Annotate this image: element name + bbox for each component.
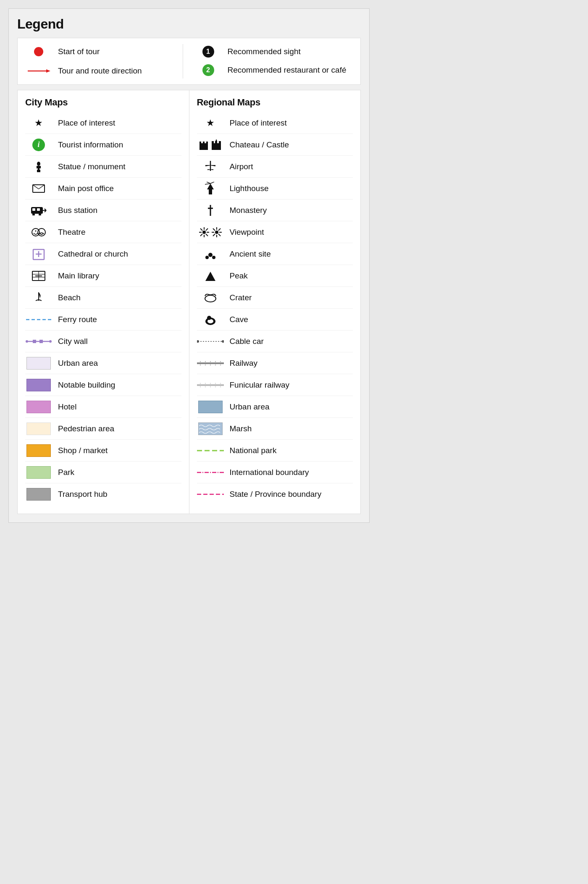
svg-line-8	[39, 185, 45, 189]
shop-market-label: Shop / market	[58, 446, 108, 455]
svg-line-65	[213, 228, 215, 231]
svg-point-4	[37, 162, 40, 166]
top-left: Start of tour Tour and route direction	[26, 44, 183, 79]
peak-label: Peak	[230, 271, 248, 281]
shop-market-icon	[25, 444, 52, 457]
pedestrian-area-icon	[25, 422, 52, 435]
svg-line-66	[218, 234, 220, 236]
marsh-label: Marsh	[230, 424, 252, 433]
svg-rect-37	[206, 142, 208, 144]
transport-hub-label: Transport hub	[58, 490, 108, 499]
crater-label: Crater	[230, 293, 252, 302]
theatre-label: Theatre	[58, 228, 85, 237]
transport-hub-icon	[25, 488, 52, 501]
svg-point-79	[222, 340, 224, 343]
list-item: City wall	[25, 331, 181, 352]
svg-rect-45	[208, 188, 213, 189]
park-icon	[25, 466, 52, 479]
recommended-sight-row: 1 Recommended sight	[196, 44, 352, 59]
tour-direction-icon	[26, 67, 51, 75]
top-right: 1 Recommended sight 2 Recommended restau…	[183, 44, 352, 79]
svg-point-19	[38, 228, 45, 236]
beach-label: Beach	[58, 293, 81, 302]
start-tour-label: Start of tour	[58, 47, 100, 56]
list-item: Crater	[197, 287, 353, 309]
ancient-site-label: Ancient site	[230, 249, 271, 259]
chateau-castle-label: Chateau / Castle	[230, 140, 289, 150]
urban-area-city-label: Urban area	[58, 359, 98, 368]
svg-rect-31	[33, 340, 36, 343]
city-wall-icon	[25, 338, 52, 345]
list-item: Ancient site	[197, 243, 353, 265]
main-post-office-label: Main post office	[58, 184, 114, 193]
viewpoint-label: Viewpoint	[230, 228, 264, 237]
list-item: Statue / monument	[25, 156, 181, 178]
recommended-restaurant-row: 2 Recommended restaurant or café	[196, 63, 352, 78]
svg-line-58	[200, 234, 202, 236]
hotel-label: Hotel	[58, 402, 76, 412]
place-of-interest-reg-icon: ★	[197, 118, 224, 129]
svg-line-67	[213, 234, 215, 236]
list-item: ★ Place of interest	[197, 112, 353, 134]
ferry-route-icon	[25, 317, 52, 323]
chateau-castle-icon	[197, 139, 224, 151]
airport-label: Airport	[230, 162, 253, 171]
city-wall-label: City wall	[58, 337, 88, 346]
railway-icon	[197, 359, 224, 367]
svg-rect-41	[219, 141, 221, 144]
main-section: City Maps ★ Place of interest i Tourist …	[17, 90, 361, 514]
svg-point-33	[49, 340, 52, 343]
urban-area-reg-label: Urban area	[230, 402, 270, 412]
main-library-label: Main library	[58, 271, 99, 281]
marsh-icon	[197, 422, 224, 435]
regional-maps-column: Regional Maps ★ Place of interest	[189, 90, 361, 514]
svg-point-73	[205, 295, 216, 302]
urban-area-city-icon	[25, 357, 52, 370]
legend-title: Legend	[17, 16, 361, 32]
top-section: Start of tour Tour and route direction 1…	[17, 38, 361, 85]
list-item: Chateau / Castle	[197, 134, 353, 156]
svg-rect-10	[32, 208, 35, 211]
list-item: Monastery	[197, 199, 353, 221]
svg-rect-11	[37, 208, 40, 211]
svg-point-29	[26, 340, 28, 343]
svg-line-68	[218, 228, 220, 231]
cable-car-icon	[197, 338, 224, 345]
list-item: Funicular railway	[197, 374, 353, 396]
svg-rect-32	[39, 340, 43, 343]
list-item: Bus station	[25, 199, 181, 221]
list-item: Marsh	[197, 418, 353, 440]
list-item: Notable building	[25, 374, 181, 396]
urban-area-reg-icon	[197, 401, 224, 413]
viewpoint-icon	[197, 226, 224, 238]
recommended-sight-label: Recommended sight	[228, 47, 301, 56]
theatre-icon	[25, 226, 52, 238]
svg-line-59	[206, 228, 208, 231]
svg-rect-43	[209, 189, 212, 194]
list-item: Ferry route	[25, 309, 181, 331]
national-park-label: National park	[230, 446, 277, 455]
peak-icon	[197, 270, 224, 282]
svg-rect-39	[212, 141, 214, 144]
black-circle-1: 1	[202, 46, 214, 58]
list-item: Railway	[197, 352, 353, 374]
monastery-icon	[197, 204, 224, 217]
place-of-interest-reg-label: Place of interest	[230, 118, 287, 128]
cathedral-church-label: Cathedral or church	[58, 249, 128, 259]
svg-line-7	[33, 185, 39, 189]
place-of-interest-city-label: Place of interest	[58, 118, 115, 128]
green-circle-2: 2	[202, 64, 214, 76]
svg-point-78	[197, 340, 199, 343]
svg-rect-34	[200, 143, 208, 150]
list-item: National park	[197, 440, 353, 462]
svg-line-47	[210, 182, 214, 184]
list-item: Lighthouse	[197, 178, 353, 199]
list-item: Viewpoint	[197, 221, 353, 243]
state-province-boundary-icon	[197, 491, 224, 497]
list-item: i Tourist information	[25, 134, 181, 156]
svg-rect-40	[215, 141, 217, 144]
place-of-interest-city-icon: ★	[25, 118, 52, 129]
funicular-railway-icon	[197, 381, 224, 389]
list-item: Hotel	[25, 396, 181, 418]
svg-rect-5	[37, 166, 41, 168]
